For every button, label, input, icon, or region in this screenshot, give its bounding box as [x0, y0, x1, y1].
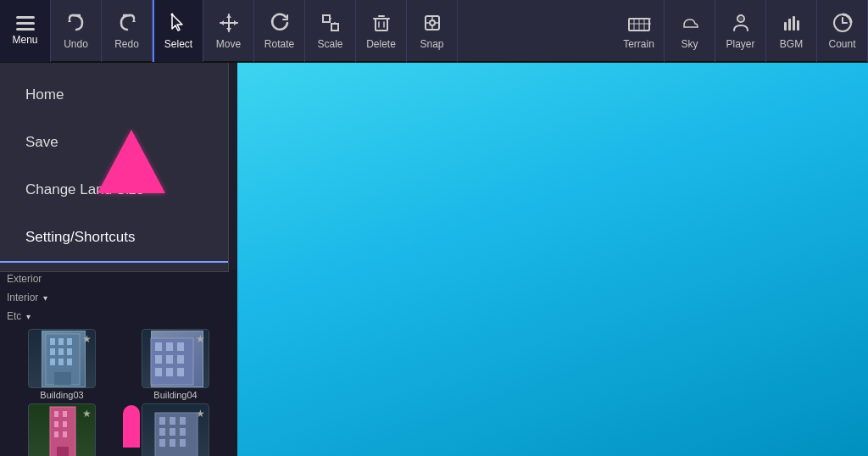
- toolbar: Menu Undo Redo: [0, 0, 868, 63]
- interior-dropdown-arrow[interactable]: ▾: [43, 293, 47, 303]
- rotate-icon: [268, 11, 292, 35]
- list-item[interactable]: ★: [7, 329, 117, 400]
- interior-label: Interior: [7, 292, 38, 303]
- count-button[interactable]: Count: [817, 0, 868, 62]
- bgm-button[interactable]: BGM: [766, 0, 817, 62]
- player-button[interactable]: Player: [715, 0, 766, 62]
- list-item[interactable]: ★: [120, 403, 231, 456]
- building04-label: Building04: [153, 390, 197, 400]
- undo-icon: [64, 11, 88, 35]
- svg-rect-68: [170, 439, 175, 447]
- svg-rect-63: [180, 417, 186, 425]
- svg-rect-61: [159, 417, 165, 425]
- terrain-label: Terrain: [623, 38, 654, 50]
- scale-label: Scale: [317, 38, 342, 50]
- svg-rect-5: [376, 19, 387, 31]
- svg-rect-64: [159, 428, 165, 436]
- sky-icon: [678, 11, 702, 35]
- svg-rect-54: [63, 411, 67, 417]
- svg-rect-27: [797, 20, 799, 31]
- sky-button[interactable]: Sky: [665, 0, 715, 62]
- exterior-label: Exterior: [7, 273, 42, 285]
- redo-button[interactable]: Redo: [102, 0, 153, 62]
- building03-thumb: ★: [28, 329, 96, 388]
- svg-rect-33: [58, 338, 64, 345]
- svg-point-11: [430, 20, 435, 25]
- rotate-button[interactable]: Rotate: [254, 0, 305, 62]
- terrain-icon: [627, 11, 651, 35]
- svg-rect-48: [177, 355, 184, 364]
- svg-rect-2: [331, 24, 338, 31]
- svg-rect-35: [50, 348, 55, 355]
- menu-item-setting-shortcuts[interactable]: Setting/Shortcuts: [0, 214, 228, 263]
- svg-rect-43: [155, 342, 162, 351]
- svg-rect-34: [67, 338, 72, 345]
- svg-rect-45: [177, 342, 184, 351]
- select-button[interactable]: Select: [153, 0, 203, 62]
- svg-rect-58: [63, 431, 67, 437]
- menu-label: Menu: [12, 34, 37, 46]
- left-panel: Home Save Change Land Size Setting/Short…: [0, 63, 237, 456]
- move-button[interactable]: Move: [203, 0, 254, 62]
- building03-label: Building03: [40, 390, 83, 400]
- svg-rect-36: [58, 348, 64, 355]
- main-area: Home Save Change Land Size Setting/Short…: [0, 63, 868, 456]
- building05-thumb: ★: [28, 403, 96, 456]
- thumbnails-grid: ★: [0, 325, 237, 456]
- list-item[interactable]: ★ B: [120, 329, 231, 400]
- viewport: [237, 63, 868, 456]
- bgm-label: BGM: [780, 38, 803, 50]
- menu-item-change-land-size[interactable]: Change Land Size: [0, 166, 228, 214]
- svg-rect-65: [170, 428, 175, 436]
- svg-rect-44: [166, 342, 173, 351]
- svg-rect-41: [54, 372, 71, 385]
- scale-icon: [319, 11, 342, 35]
- svg-rect-39: [58, 359, 64, 365]
- count-label: Count: [828, 38, 855, 50]
- svg-rect-47: [166, 355, 173, 364]
- filter-row-interior: Interior ▾: [0, 288, 237, 307]
- scale-button[interactable]: Scale: [305, 0, 356, 62]
- svg-rect-32: [50, 338, 55, 345]
- menu-item-save[interactable]: Save: [0, 119, 228, 166]
- svg-rect-59: [57, 447, 69, 456]
- svg-rect-24: [784, 22, 787, 31]
- select-label: Select: [164, 38, 192, 50]
- svg-rect-26: [793, 16, 795, 31]
- svg-rect-51: [177, 368, 184, 376]
- menu-button[interactable]: Menu: [0, 0, 51, 62]
- svg-rect-1: [323, 15, 330, 22]
- move-label: Move: [216, 38, 241, 50]
- svg-rect-40: [67, 359, 72, 365]
- svg-rect-57: [54, 431, 58, 437]
- svg-rect-56: [63, 421, 67, 427]
- redo-label: Redo: [114, 38, 139, 50]
- etc-dropdown-arrow[interactable]: ▾: [26, 312, 31, 321]
- undo-label: Undo: [64, 38, 88, 50]
- menu-icon: [16, 16, 35, 31]
- player-icon: [729, 11, 753, 35]
- svg-rect-55: [54, 421, 58, 427]
- redo-icon: [115, 11, 139, 35]
- undo-button[interactable]: Undo: [51, 0, 102, 62]
- delete-label: Delete: [366, 38, 396, 50]
- snap-button[interactable]: Snap: [407, 0, 458, 62]
- svg-rect-69: [180, 439, 186, 447]
- etc-label: Etc: [7, 310, 21, 322]
- snap-label: Snap: [420, 38, 443, 50]
- svg-rect-66: [180, 428, 186, 436]
- list-item[interactable]: ★: [7, 403, 117, 456]
- bottom-panel: Exterior Interior ▾ Etc ▾ ★: [0, 270, 237, 456]
- terrain-button[interactable]: Terrain: [614, 0, 665, 62]
- player-label: Player: [726, 38, 754, 50]
- svg-rect-62: [170, 417, 175, 425]
- bgm-icon: [780, 11, 804, 35]
- snap-icon: [420, 11, 444, 35]
- move-icon: [217, 11, 241, 35]
- count-icon: [831, 11, 854, 35]
- sky-label: Sky: [681, 38, 698, 50]
- menu-item-home[interactable]: Home: [0, 71, 228, 119]
- delete-icon: [370, 11, 393, 35]
- delete-button[interactable]: Delete: [356, 0, 407, 62]
- building06-thumb: ★: [142, 403, 209, 456]
